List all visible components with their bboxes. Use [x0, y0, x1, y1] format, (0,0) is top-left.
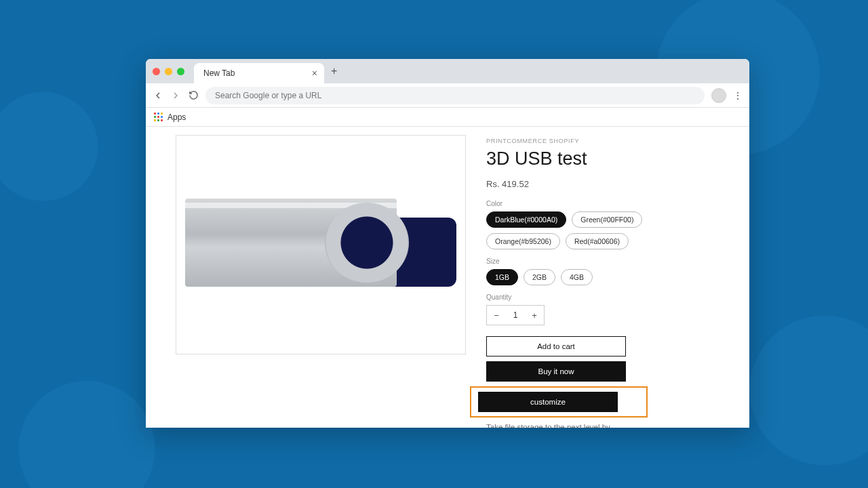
product-description: Take file storage to the next level by d…	[486, 422, 629, 428]
color-options: DarkBlue(#0000A0) Green(#00FF00) Orange(…	[486, 211, 703, 249]
url-placeholder: Search Google or type a URL	[215, 91, 321, 100]
product-page: PRINTCOMMERCE SHOPIFY 3D USB test Rs. 41…	[146, 127, 749, 428]
url-input[interactable]: Search Google or type a URL	[205, 87, 705, 104]
browser-tab[interactable]: New Tab ×	[194, 63, 324, 83]
close-window-icon[interactable]	[153, 68, 160, 75]
reload-icon[interactable]	[188, 90, 199, 101]
apps-label[interactable]: Apps	[167, 113, 186, 122]
tab-title: New Tab	[203, 68, 235, 78]
customize-highlight: customize	[470, 386, 648, 418]
quantity-value: 1	[506, 306, 525, 325]
browser-window: New Tab × + Search Google or type a URL …	[146, 59, 749, 428]
size-options: 1GB 2GB 4GB	[486, 269, 703, 285]
size-option-1gb[interactable]: 1GB	[486, 269, 518, 285]
quantity-decrease-button[interactable]: −	[487, 306, 506, 325]
quantity-label: Quantity	[486, 293, 703, 301]
size-option-4gb[interactable]: 4GB	[561, 269, 593, 285]
product-price: Rs. 419.52	[486, 179, 703, 189]
size-label: Size	[486, 258, 703, 265]
product-image	[176, 135, 466, 354]
tab-strip: New Tab × +	[146, 59, 749, 83]
bookmarks-bar: Apps	[146, 108, 749, 127]
new-tab-button[interactable]: +	[331, 65, 337, 77]
apps-grid-icon[interactable]	[154, 113, 163, 122]
vendor-label: PRINTCOMMERCE SHOPIFY	[486, 138, 703, 144]
add-to-cart-button[interactable]: Add to cart	[486, 336, 626, 357]
forward-icon[interactable]	[170, 90, 181, 101]
kebab-menu-icon[interactable]: ⋮	[733, 90, 743, 101]
back-icon[interactable]	[153, 90, 163, 101]
buy-now-button[interactable]: Buy it now	[486, 361, 626, 382]
color-option-green[interactable]: Green(#00FF00)	[572, 211, 642, 228]
quantity-increase-button[interactable]: +	[525, 306, 544, 325]
address-bar: Search Google or type a URL ⋮	[146, 83, 749, 108]
profile-avatar-icon[interactable]	[711, 88, 726, 103]
window-controls	[153, 59, 184, 83]
usb-illustration	[185, 199, 456, 291]
close-tab-icon[interactable]: ×	[312, 68, 317, 79]
color-option-orange[interactable]: Orange(#b95206)	[486, 233, 560, 249]
color-option-darkblue[interactable]: DarkBlue(#0000A0)	[486, 211, 566, 228]
color-label: Color	[486, 200, 703, 207]
product-title: 3D USB test	[486, 148, 703, 169]
minimize-window-icon[interactable]	[165, 68, 172, 75]
color-option-red[interactable]: Red(#a00606)	[566, 233, 629, 249]
quantity-stepper: − 1 +	[486, 305, 545, 325]
usb-metal-icon	[185, 199, 397, 287]
size-option-2gb[interactable]: 2GB	[524, 269, 555, 285]
maximize-window-icon[interactable]	[177, 68, 184, 75]
customize-button[interactable]: customize	[478, 392, 618, 412]
product-details: PRINTCOMMERCE SHOPIFY 3D USB test Rs. 41…	[486, 135, 703, 428]
